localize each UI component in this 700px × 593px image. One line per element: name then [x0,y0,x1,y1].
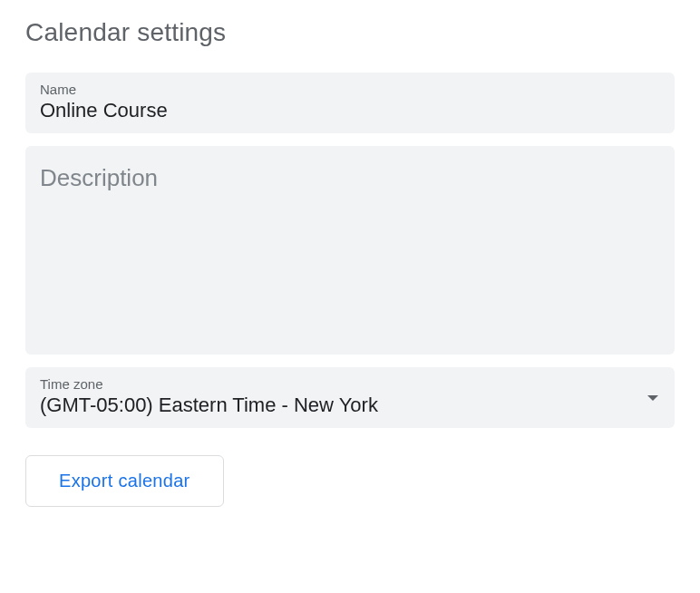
description-input[interactable] [40,164,660,327]
name-input[interactable] [40,99,660,122]
name-field-container[interactable]: Name [25,73,675,133]
chevron-down-icon [647,395,658,401]
timezone-value: (GMT-05:00) Eastern Time - New York [40,394,660,417]
timezone-label: Time zone [40,376,660,392]
name-label: Name [40,82,660,97]
description-field-container[interactable] [25,146,675,355]
timezone-dropdown[interactable]: Time zone (GMT-05:00) Eastern Time - New… [25,367,675,428]
export-calendar-button[interactable]: Export calendar [25,455,224,507]
page-title: Calendar settings [25,18,675,47]
